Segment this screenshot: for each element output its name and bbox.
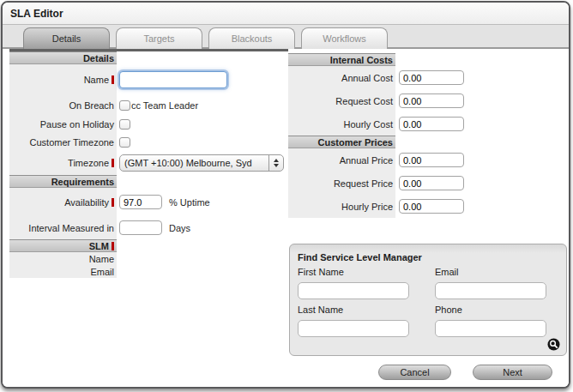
hourly-cost-label: Hourly Cost: [344, 119, 393, 130]
request-price-input[interactable]: [399, 176, 464, 190]
email-input[interactable]: [435, 282, 546, 299]
annual-price-label: Annual Price: [340, 155, 393, 166]
tab-workflows[interactable]: Workflows: [301, 27, 388, 49]
slm-email-value: [117, 265, 288, 278]
find-slm-box: Find Service Level Manager First Name Em…: [289, 244, 567, 356]
on-breach-label: On Breach: [69, 100, 114, 111]
phone-label: Phone: [435, 305, 558, 317]
annual-cost-input[interactable]: [399, 70, 464, 85]
internal-costs-section-row: Internal Costs: [288, 53, 570, 66]
details-section-header: Details: [9, 51, 117, 64]
next-button[interactable]: Next: [473, 365, 552, 380]
cancel-button[interactable]: Cancel: [378, 365, 451, 380]
availability-suffix: % Uptime: [169, 197, 210, 208]
sla-editor-window: SLA Editor Details Targets Blackouts Wor…: [1, 1, 570, 389]
on-breach-row: On Breach cc Team Leader: [9, 95, 288, 115]
search-icon[interactable]: [547, 338, 560, 351]
name-input[interactable]: [119, 71, 227, 88]
tab-blackouts[interactable]: Blackouts: [208, 27, 295, 49]
request-price-label: Request Price: [334, 178, 393, 189]
last-name-input[interactable]: [298, 320, 409, 337]
pause-on-holiday-checkbox[interactable]: [119, 119, 130, 130]
slm-section-header: SLM: [9, 239, 117, 252]
email-label: Email: [435, 267, 558, 280]
tab-targets[interactable]: Targets: [116, 27, 202, 49]
availability-label: Availability: [64, 197, 109, 208]
customer-timezone-row: Customer Timezone: [9, 133, 288, 151]
required-marker: [112, 159, 114, 167]
request-cost-row: Request Cost: [288, 89, 570, 112]
timezone-label: Timezone: [68, 158, 109, 168]
interval-row: Interval Measured in Days: [9, 216, 288, 239]
required-marker: [112, 75, 114, 84]
cc-team-leader-checkbox[interactable]: [119, 100, 130, 111]
availability-input[interactable]: [119, 195, 162, 209]
hourly-cost-input[interactable]: [399, 117, 464, 131]
pause-on-holiday-label: Pause on Holiday: [40, 119, 114, 130]
hourly-price-label: Hourly Price: [341, 202, 393, 212]
tab-details[interactable]: Details: [23, 27, 110, 49]
name-row: Name: [9, 64, 288, 95]
phone-input[interactable]: [435, 320, 546, 337]
timezone-row: Timezone (GMT +10:00) Melbourne, Syd: [9, 151, 288, 175]
interval-label: Interval Measured in: [28, 223, 114, 233]
slm-name-value: [117, 252, 288, 265]
title-bar: SLA Editor: [3, 3, 569, 25]
request-cost-label: Request Cost: [335, 96, 393, 106]
slm-name-row: Name: [9, 252, 288, 265]
customer-timezone-checkbox[interactable]: [119, 137, 130, 148]
first-name-label: First Name: [298, 267, 435, 280]
customer-timezone-label: Customer Timezone: [30, 137, 114, 148]
requirements-section-header: Requirements: [9, 175, 117, 188]
pause-on-holiday-row: Pause on Holiday: [9, 115, 288, 133]
name-label: Name: [84, 75, 109, 85]
annual-cost-row: Annual Cost: [288, 66, 570, 89]
hourly-cost-row: Hourly Cost: [288, 112, 570, 136]
slm-name-label: Name: [89, 254, 114, 264]
timezone-selected-value: (GMT +10:00) Melbourne, Syd: [120, 158, 268, 168]
last-name-label: Last Name: [298, 305, 435, 317]
interval-input[interactable]: [119, 220, 162, 235]
interval-suffix: Days: [169, 223, 190, 233]
availability-row: Availability % Uptime: [9, 188, 288, 216]
internal-costs-section-header: Internal Costs: [288, 53, 395, 66]
required-marker: [112, 198, 114, 207]
find-slm-title: Find Service Level Manager: [298, 252, 558, 262]
costs-panel: Internal Costs Annual Cost Request Cost: [288, 49, 570, 218]
annual-cost-label: Annual Cost: [341, 73, 393, 83]
slm-section-row: SLM: [9, 239, 288, 252]
find-slm-grid: First Name Email Last Name Phone: [298, 267, 558, 341]
content-area: Details Name On Breach cc Team Lead: [3, 49, 569, 389]
customer-prices-section-row: Customer Prices: [288, 136, 570, 148]
slm-email-label: Email: [90, 267, 114, 277]
select-stepper-icon: [268, 155, 283, 171]
tab-strip: Details Targets Blackouts Workflows: [3, 25, 569, 49]
first-name-input[interactable]: [298, 282, 409, 299]
page-title: SLA Editor: [10, 8, 63, 20]
annual-price-row: Annual Price: [288, 148, 570, 172]
slm-email-row: Email: [9, 265, 288, 278]
timezone-select[interactable]: (GMT +10:00) Melbourne, Syd: [119, 154, 284, 172]
customer-prices-section-header: Customer Prices: [288, 136, 395, 148]
cc-team-leader-label: cc Team Leader: [131, 100, 198, 111]
request-cost-input[interactable]: [399, 93, 464, 108]
slm-header-text: SLM: [89, 241, 109, 251]
request-price-row: Request Price: [288, 172, 570, 195]
details-section-row: Details: [9, 51, 288, 64]
hourly-price-input[interactable]: [399, 199, 464, 214]
details-panel: Details Name On Breach cc Team Lead: [9, 49, 288, 278]
annual-price-input[interactable]: [399, 153, 464, 167]
requirements-section-row: Requirements: [9, 175, 288, 188]
hourly-price-row: Hourly Price: [288, 195, 570, 218]
required-marker: [112, 242, 114, 250]
